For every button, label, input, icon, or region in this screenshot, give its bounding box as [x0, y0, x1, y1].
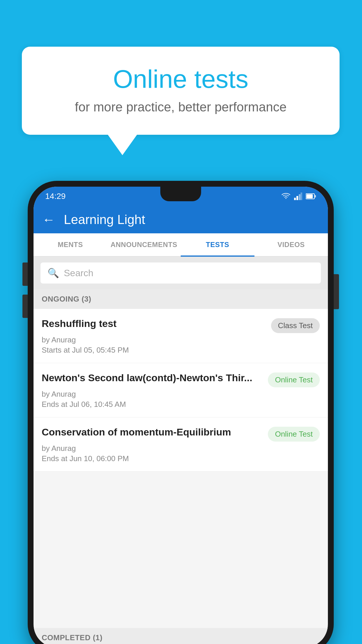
ongoing-label: ONGOING (3) — [42, 295, 91, 303]
wifi-icon — [281, 192, 291, 200]
tab-announcements[interactable]: ANNOUNCEMENTS — [107, 233, 181, 256]
ongoing-section-header: ONGOING (3) — [34, 289, 328, 309]
search-bar[interactable]: 🔍 Search — [41, 262, 321, 284]
speech-bubble-container: Online tests for more practice, better p… — [22, 47, 340, 155]
phone-outer: 14:29 — [28, 181, 334, 644]
svg-rect-0 — [294, 198, 296, 200]
search-icon: 🔍 — [48, 267, 59, 279]
svg-rect-3 — [301, 192, 302, 200]
tab-ments[interactable]: MENTS — [34, 233, 107, 256]
test-item-conservation[interactable]: Conservation of momentum-Equilibrium Onl… — [34, 417, 328, 472]
back-button[interactable]: ← — [42, 212, 55, 227]
status-time: 14:29 — [45, 192, 66, 201]
speech-bubble-subtitle: for more practice, better performance — [45, 100, 316, 114]
test-meta-newton-date: Ends at Jul 06, 10:45 AM — [42, 400, 320, 409]
status-icons — [281, 192, 316, 200]
svg-rect-5 — [314, 195, 316, 197]
phone-screen: 14:29 — [34, 187, 328, 644]
test-item-reshuffling[interactable]: Reshuffling test Class Test by Anurag St… — [34, 309, 328, 363]
test-meta-newton-author: by Anurag — [42, 390, 320, 399]
tab-bar: MENTS ANNOUNCEMENTS TESTS VIDEOS — [34, 233, 328, 257]
speech-bubble-title: Online tests — [45, 64, 316, 94]
test-meta-reshuffling-author: by Anurag — [42, 335, 320, 344]
test-meta-conservation-date: Ends at Jun 10, 06:00 PM — [42, 454, 320, 463]
search-input[interactable]: Search — [64, 268, 93, 279]
app-bar-title: Learning Light — [64, 212, 145, 227]
svg-rect-2 — [299, 194, 301, 200]
speech-bubble-arrow — [108, 135, 137, 155]
test-badge-online-newton: Online Test — [268, 372, 320, 387]
battery-icon — [306, 193, 316, 200]
app-bar: ← Learning Light — [34, 206, 328, 233]
test-item-header: Reshuffling test Class Test — [42, 317, 320, 333]
test-item-header-newton: Newton's Second law(contd)-Newton's Thir… — [42, 371, 320, 387]
test-badge-online-conservation: Online Test — [268, 427, 320, 442]
test-badge-class: Class Test — [271, 318, 320, 333]
test-title-newton: Newton's Second law(contd)-Newton's Thir… — [42, 371, 268, 384]
tab-tests[interactable]: TESTS — [181, 233, 254, 256]
tab-videos[interactable]: VIDEOS — [254, 233, 328, 256]
test-title-conservation: Conservation of momentum-Equilibrium — [42, 426, 268, 438]
phone-notch — [160, 187, 201, 201]
status-bar: 14:29 — [34, 187, 328, 206]
svg-rect-6 — [306, 194, 313, 198]
test-item-newton[interactable]: Newton's Second law(contd)-Newton's Thir… — [34, 363, 328, 417]
completed-section-header: COMPLETED (1) — [34, 628, 328, 644]
signal-icon — [294, 192, 302, 200]
speech-bubble: Online tests for more practice, better p… — [22, 47, 340, 135]
test-meta-conservation-author: by Anurag — [42, 444, 320, 453]
svg-rect-1 — [296, 196, 298, 200]
completed-label: COMPLETED (1) — [42, 633, 103, 642]
test-title-reshuffling: Reshuffling test — [42, 317, 271, 330]
test-meta-reshuffling-date: Starts at Jul 05, 05:45 PM — [42, 346, 320, 355]
phone-device: 14:29 — [28, 181, 334, 644]
test-item-header-conservation: Conservation of momentum-Equilibrium Onl… — [42, 426, 320, 442]
search-container: 🔍 Search — [34, 257, 328, 289]
